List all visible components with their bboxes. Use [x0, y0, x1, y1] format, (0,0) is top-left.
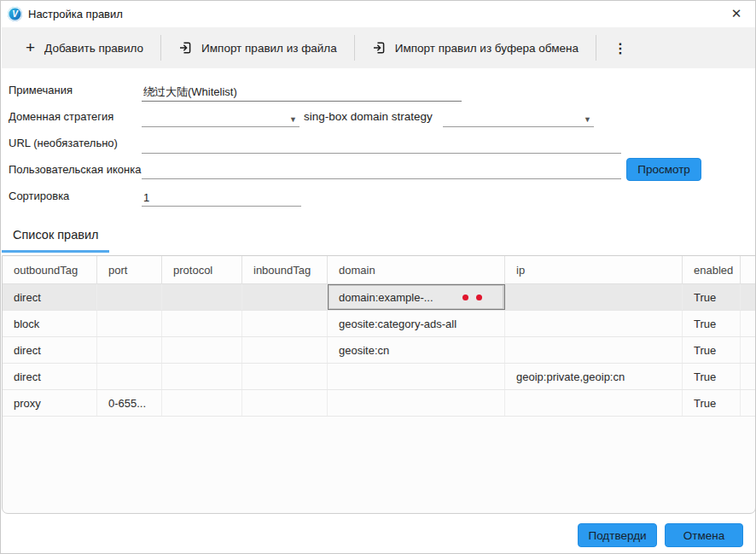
close-icon[interactable]: ✕: [726, 4, 747, 23]
custom-icon-input[interactable]: [142, 161, 621, 179]
cell-enabled[interactable]: True: [683, 311, 741, 336]
red-dot-icon: [476, 294, 482, 300]
col-header-stub: [741, 256, 755, 283]
cell-protocol[interactable]: [162, 364, 242, 389]
url-input[interactable]: [142, 136, 621, 154]
cell-inboundTag[interactable]: [242, 337, 328, 363]
tab-active-indicator: [2, 250, 109, 253]
cell-enabled[interactable]: True: [683, 284, 741, 310]
cell-inboundTag[interactable]: [242, 311, 328, 336]
cell-ip[interactable]: [505, 337, 683, 363]
sort-input[interactable]: [142, 189, 301, 207]
cell-protocol[interactable]: [162, 337, 242, 363]
cell-inboundTag[interactable]: [242, 390, 328, 416]
singbox-strategy-select[interactable]: ▼: [443, 109, 594, 127]
import-from-clipboard-label: Импорт правил из буфера обмена: [395, 42, 579, 55]
col-header-inboundTag[interactable]: inboundTag: [242, 256, 328, 283]
app-logo-icon: V: [8, 7, 22, 21]
cell-stub: [741, 311, 755, 336]
more-options-button[interactable]: ⋮: [602, 37, 639, 60]
cell-ip[interactable]: geoip:private,geoip:cn: [505, 364, 683, 389]
col-header-enabled[interactable]: enabled: [683, 256, 741, 283]
cell-port[interactable]: 0-655...: [97, 390, 162, 416]
cell-inboundTag[interactable]: [242, 364, 328, 389]
cell-port[interactable]: [97, 284, 162, 310]
toolbar: + Добавить правило Импорт правил из файл…: [2, 27, 756, 68]
cell-outboundTag[interactable]: direct: [3, 364, 97, 389]
cell-outboundTag[interactable]: proxy: [3, 390, 97, 416]
url-label: URL (необязательно): [9, 137, 118, 149]
cell-stub: [741, 390, 755, 416]
cell-protocol[interactable]: [162, 390, 242, 416]
cell-enabled[interactable]: True: [683, 364, 741, 389]
domain-strategy-select[interactable]: ▼: [142, 109, 299, 127]
table-row[interactable]: direct geoip:private,geoip:cn True: [3, 364, 755, 390]
red-dot-icon: [462, 294, 468, 300]
cell-protocol[interactable]: [162, 311, 242, 336]
rules-settings-dialog: V Настройка правил ✕ + Добавить правило …: [0, 0, 756, 554]
cell-outboundTag[interactable]: direct: [3, 337, 97, 363]
col-header-outboundTag[interactable]: outboundTag: [3, 256, 97, 283]
sort-label: Сортировка: [9, 190, 69, 202]
cell-ip[interactable]: [505, 284, 683, 310]
col-header-protocol[interactable]: protocol: [162, 256, 242, 283]
col-header-port[interactable]: port: [97, 256, 162, 283]
chevron-down-icon: ▼: [289, 115, 297, 124]
cell-domain[interactable]: geosite:category-ads-all: [328, 311, 505, 336]
add-rule-button[interactable]: + Добавить правило: [14, 35, 155, 61]
rules-table: outboundTag port protocol inboundTag dom…: [2, 255, 756, 514]
cell-enabled[interactable]: True: [683, 337, 741, 363]
preview-button[interactable]: Просмотр: [626, 158, 701, 181]
table-row[interactable]: direct geosite:cn True: [3, 337, 755, 364]
window-title: Настройка правил: [28, 8, 123, 20]
cancel-button[interactable]: Отмена: [665, 523, 743, 547]
toolbar-divider: [596, 35, 596, 61]
custom-icon-label: Пользовательская иконка: [9, 163, 141, 176]
plus-icon: +: [26, 42, 35, 54]
cell-stub: [741, 284, 755, 310]
cell-domain-text: domain:example-...: [339, 291, 433, 304]
import-icon: [178, 41, 192, 55]
title-bar: V Настройка правил ✕: [1, 1, 755, 26]
add-rule-label: Добавить правило: [44, 42, 143, 55]
cell-port[interactable]: [97, 337, 162, 363]
cell-outboundTag[interactable]: direct: [3, 284, 97, 310]
cell-protocol[interactable]: [162, 284, 242, 310]
col-header-ip[interactable]: ip: [505, 256, 683, 283]
cell-domain[interactable]: [328, 390, 505, 416]
remarks-label: Примечания: [9, 84, 73, 96]
col-header-domain[interactable]: domain: [328, 256, 505, 283]
import-from-clipboard-button[interactable]: Импорт правил из буфера обмена: [360, 34, 590, 61]
cell-ip[interactable]: [505, 390, 683, 416]
cell-outboundTag[interactable]: block: [3, 311, 97, 336]
cell-domain-focused[interactable]: domain:example-...: [328, 284, 505, 310]
remarks-input[interactable]: [142, 84, 462, 102]
table-row[interactable]: proxy 0-655... True: [3, 390, 755, 417]
cell-enabled[interactable]: True: [683, 390, 741, 416]
tab-rule-list[interactable]: Список правил: [13, 228, 99, 242]
cell-ip[interactable]: [505, 311, 683, 336]
domain-strategy-label: Доменная стратегия: [9, 110, 113, 123]
tab-bar: Список правил: [1, 221, 756, 255]
singbox-strategy-label: sing-box domain strategy: [304, 110, 433, 123]
confirm-button[interactable]: Подтверди: [578, 523, 657, 547]
cell-stub: [741, 364, 755, 389]
toolbar-divider: [354, 35, 355, 61]
chevron-down-icon: ▼: [584, 115, 591, 124]
table-row[interactable]: direct domain:example-... True: [3, 284, 755, 311]
cell-domain[interactable]: [328, 364, 505, 389]
table-row[interactable]: block geosite:category-ads-all True: [3, 311, 755, 337]
cell-inboundTag[interactable]: [242, 284, 328, 310]
toolbar-divider: [160, 35, 161, 61]
import-icon: [372, 41, 386, 55]
cell-port[interactable]: [97, 364, 162, 389]
rule-form: Примечания Доменная стратегия ▼ sing-box…: [1, 69, 756, 221]
import-from-file-button[interactable]: Импорт правил из файла: [166, 34, 349, 61]
cell-stub: [741, 337, 755, 363]
cell-domain[interactable]: geosite:cn: [328, 337, 505, 363]
import-from-file-label: Импорт правил из файла: [201, 42, 337, 55]
table-header-row: outboundTag port protocol inboundTag dom…: [3, 256, 755, 284]
cell-port[interactable]: [97, 311, 162, 336]
